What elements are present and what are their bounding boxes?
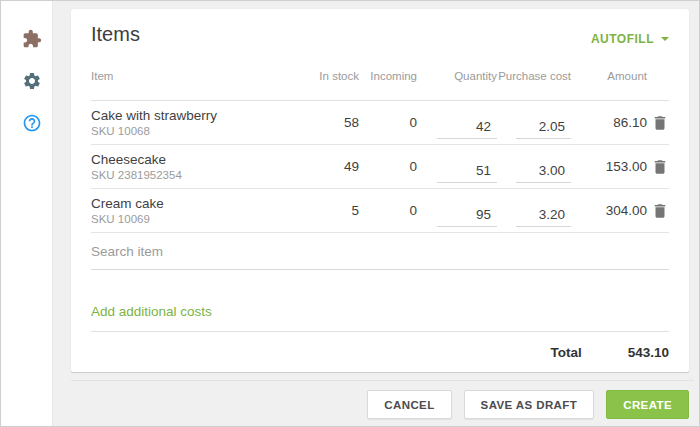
in-stock-value: 49 [297, 159, 359, 174]
amount-value: 86.10 [571, 115, 647, 130]
in-stock-value: 5 [297, 203, 359, 218]
col-in-stock: In stock [297, 69, 359, 84]
total-value: 543.10 [628, 345, 669, 360]
quantity-input[interactable] [437, 117, 497, 139]
save-as-draft-button[interactable]: SAVE AS DRAFT [464, 390, 595, 419]
footer-divider [71, 380, 694, 381]
item-cell: Cream cake SKU 10069 [91, 195, 297, 227]
table-row: Cake with strawberry SKU 10068 58 0 86.1… [91, 101, 669, 145]
search-input[interactable] [91, 232, 669, 259]
table-header: Item In stock Incoming Quantity Purchase… [91, 53, 669, 101]
table-row: Cream cake SKU 10069 5 0 304.00 [91, 189, 669, 233]
help-icon[interactable] [22, 113, 42, 133]
incoming-value: 0 [359, 203, 417, 218]
item-sku: SKU 2381952354 [91, 168, 297, 183]
autofill-label: AUTOFILL [591, 32, 654, 46]
sidebar [1, 1, 53, 426]
trash-icon [651, 114, 669, 132]
item-name: Cake with strawberry [91, 107, 297, 124]
purchase-cost-input[interactable] [516, 205, 571, 227]
delete-item-button[interactable] [651, 201, 669, 221]
items-panel: Items AUTOFILL Item In stock Incoming Qu… [71, 9, 689, 372]
table-body: Cake with strawberry SKU 10068 58 0 86.1… [91, 101, 669, 233]
amount-value: 153.00 [571, 159, 647, 174]
item-cell: Cheesecake SKU 2381952354 [91, 151, 297, 183]
add-additional-costs-link[interactable]: Add additional costs [91, 304, 212, 319]
table-row: Cheesecake SKU 2381952354 49 0 153.00 [91, 145, 669, 189]
app-window: Items AUTOFILL Item In stock Incoming Qu… [0, 0, 700, 427]
quantity-input[interactable] [437, 205, 497, 227]
in-stock-value: 58 [297, 115, 359, 130]
item-sku: SKU 10068 [91, 124, 297, 139]
item-name: Cheesecake [91, 151, 297, 168]
search-item-row [91, 232, 669, 270]
purchase-cost-input[interactable] [516, 117, 571, 139]
col-incoming: Incoming [359, 69, 417, 84]
incoming-value: 0 [359, 159, 417, 174]
cancel-button[interactable]: CANCEL [367, 390, 451, 419]
total-row: Total 543.10 [91, 331, 669, 372]
delete-item-button[interactable] [651, 113, 669, 133]
item-name: Cream cake [91, 195, 297, 212]
trash-icon [651, 202, 669, 220]
chevron-down-icon [661, 37, 669, 41]
puzzle-icon[interactable] [22, 29, 42, 49]
page-title: Items [91, 23, 140, 46]
col-purchase-cost: Purchase cost [497, 69, 571, 84]
col-quantity: Quantity [417, 69, 497, 84]
total-label: Total [550, 345, 581, 360]
delete-item-button[interactable] [651, 157, 669, 177]
autofill-button[interactable]: AUTOFILL [591, 32, 669, 46]
quantity-input[interactable] [437, 161, 497, 183]
incoming-value: 0 [359, 115, 417, 130]
gear-icon[interactable] [22, 71, 42, 91]
col-item: Item [91, 69, 297, 84]
create-button[interactable]: CREATE [606, 390, 689, 419]
amount-value: 304.00 [571, 203, 647, 218]
trash-icon [651, 158, 669, 176]
footer-actions: CANCEL SAVE AS DRAFT CREATE [71, 390, 689, 419]
item-sku: SKU 10069 [91, 212, 297, 227]
col-amount: Amount [571, 69, 647, 84]
purchase-cost-input[interactable] [516, 161, 571, 183]
item-cell: Cake with strawberry SKU 10068 [91, 107, 297, 139]
